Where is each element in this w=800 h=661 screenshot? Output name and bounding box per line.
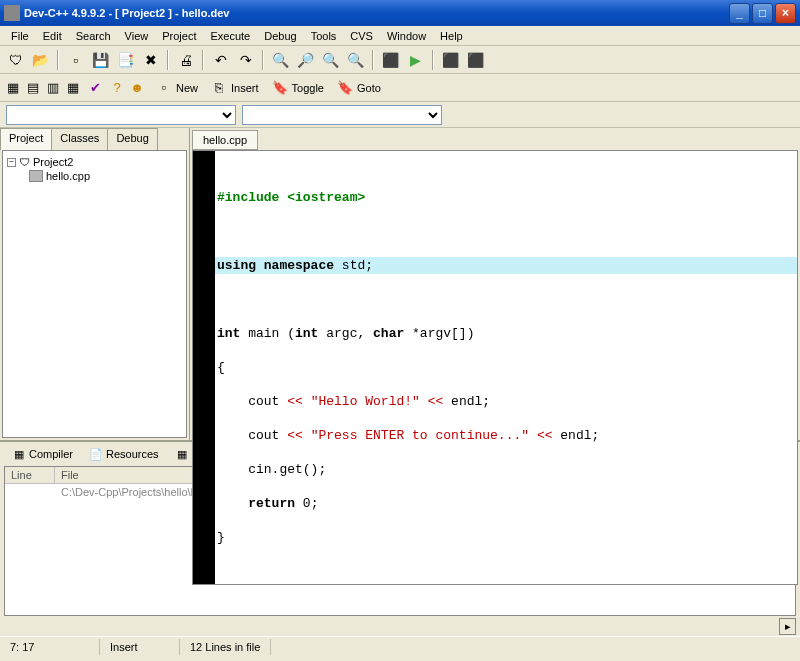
maximize-button[interactable]: □ [752,3,773,24]
grid3-icon[interactable]: ▥ [44,79,62,97]
find-icon[interactable]: 🔍 [269,49,292,71]
status-mode: Insert [100,639,180,655]
class-combo[interactable] [6,105,236,125]
combo-bar [0,102,800,128]
print-icon[interactable]: 🖨 [174,49,197,71]
compiler-icon: ▦ [12,447,26,461]
insert-button[interactable]: ⎘Insert [205,77,264,99]
close-button[interactable]: × [775,3,796,24]
editor-gutter [193,151,215,584]
check-icon[interactable]: ✔ [86,79,104,97]
menu-view[interactable]: View [118,28,156,43]
replace-icon[interactable]: 🔎 [294,49,317,71]
minimize-button[interactable]: _ [729,3,750,24]
new-doc-icon: ▫ [155,79,173,97]
menu-bar: File Edit Search View Project Execute De… [0,26,800,46]
open-icon[interactable]: 📂 [29,49,52,71]
new-button[interactable]: ▫New [150,77,203,99]
save-all-icon[interactable]: 📑 [114,49,137,71]
status-position: 7: 17 [0,639,100,655]
code-editor[interactable]: #include <iostream> using namespace std;… [192,150,798,585]
method-combo[interactable] [242,105,442,125]
save-icon[interactable]: 💾 [89,49,112,71]
project-tree[interactable]: − 🛡 Project2 hello.cpp [2,150,187,438]
scroll-right-icon[interactable]: ▸ [779,618,796,635]
horizontal-scrollbar[interactable]: ▸ [4,618,796,636]
menu-project[interactable]: Project [155,28,203,43]
compile-icon[interactable]: ⬛ [379,49,402,71]
menu-window[interactable]: Window [380,28,433,43]
editor-panel: hello.cpp #include <iostream> using name… [190,128,800,440]
menu-help[interactable]: Help [433,28,470,43]
redo-icon[interactable]: ↷ [234,49,257,71]
btab-resources[interactable]: 📄Resources [83,445,165,463]
tree-file-node[interactable]: hello.cpp [7,169,182,183]
log-icon: ▦ [175,447,189,461]
undo-icon[interactable]: ↶ [209,49,232,71]
goto-line-icon[interactable]: 🔍 [344,49,367,71]
menu-debug[interactable]: Debug [257,28,303,43]
file-icon [29,170,43,182]
secondary-toolbar: ▦ ▤ ▥ ▦ ✔ ? ☻ ▫New ⎘Insert 🔖Toggle 🔖Goto [0,74,800,102]
close-file-icon[interactable]: ✖ [139,49,162,71]
main-toolbar: 🛡 📂 ▫ 💾 📑 ✖ 🖨 ↶ ↷ 🔍 🔎 🔍 🔍 ⬛ ▶ ⬛ ⬛ [0,46,800,74]
header-line[interactable]: Line [5,467,55,483]
goto-icon: 🔖 [336,79,354,97]
menu-execute[interactable]: Execute [203,28,257,43]
find-next-icon[interactable]: 🔍 [319,49,342,71]
new-file-icon[interactable]: ▫ [64,49,87,71]
tab-project[interactable]: Project [0,128,52,150]
resources-icon: 📄 [89,447,103,461]
status-bar: 7: 17 Insert 12 Lines in file [0,636,800,656]
grid2-icon[interactable]: ▤ [24,79,42,97]
tab-classes[interactable]: Classes [51,128,108,150]
new-project-icon[interactable]: 🛡 [4,49,27,71]
menu-cvs[interactable]: CVS [343,28,380,43]
compile-run-icon[interactable]: ⬛ [439,49,462,71]
menu-file[interactable]: File [4,28,36,43]
toggle-icon: 🔖 [271,79,289,97]
tree-project-node[interactable]: − 🛡 Project2 [7,155,182,169]
cell-line [5,484,55,500]
file-label: hello.cpp [46,170,90,182]
toggle-button[interactable]: 🔖Toggle [266,77,329,99]
help-icon[interactable]: ? [108,79,126,97]
goto-button[interactable]: 🔖Goto [331,77,386,99]
window-title: Dev-C++ 4.9.9.2 - [ Project2 ] - hello.d… [24,7,729,19]
collapse-icon[interactable]: − [7,158,16,167]
window-titlebar: Dev-C++ 4.9.9.2 - [ Project2 ] - hello.d… [0,0,800,26]
menu-edit[interactable]: Edit [36,28,69,43]
project-sidebar: Project Classes Debug − 🛡 Project2 hello… [0,128,190,440]
app-icon [4,5,20,21]
menu-search[interactable]: Search [69,28,118,43]
status-lines: 12 Lines in file [180,639,271,655]
tab-debug[interactable]: Debug [107,128,157,150]
code-content[interactable]: #include <iostream> using namespace std;… [215,151,797,584]
insert-icon: ⎘ [210,79,228,97]
project-label: Project2 [33,156,73,168]
project-icon: 🛡 [19,156,30,168]
editor-tab-hello[interactable]: hello.cpp [192,130,258,150]
grid1-icon[interactable]: ▦ [4,79,22,97]
btab-compiler[interactable]: ▦Compiler [6,445,79,463]
menu-tools[interactable]: Tools [304,28,344,43]
grid4-icon[interactable]: ▦ [64,79,82,97]
rebuild-icon[interactable]: ⬛ [464,49,487,71]
about-icon[interactable]: ☻ [128,79,146,97]
run-icon[interactable]: ▶ [404,49,427,71]
